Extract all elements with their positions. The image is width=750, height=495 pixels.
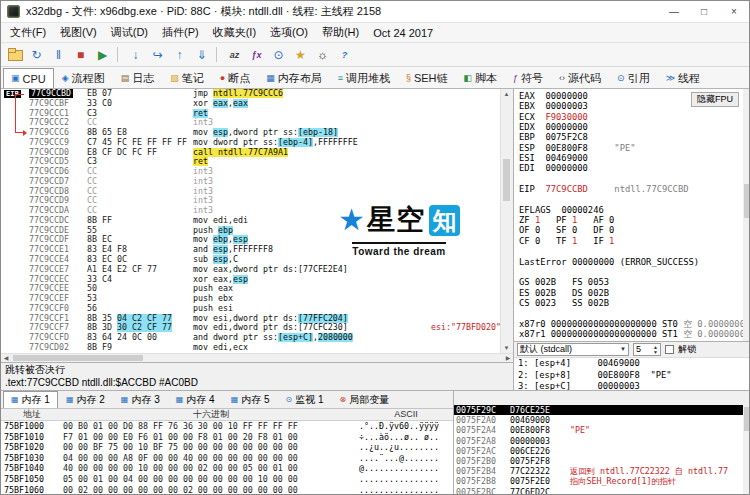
menu-favourites[interactable]: 收藏夹(I)	[206, 25, 263, 40]
scrollbar-thumb[interactable]	[744, 407, 750, 431]
register-line[interactable]: GS 002B FS 0053	[519, 277, 743, 287]
register-line[interactable]	[519, 246, 743, 256]
fx-icon[interactable]: ƒx	[246, 45, 267, 65]
tab-cpu[interactable]: ▣CPU	[3, 68, 54, 88]
menu-file[interactable]: 文件(F)	[3, 25, 53, 40]
disasm-row[interactable]: 77C9CCD8 CC int3	[1, 187, 500, 197]
register-line[interactable]: ESI 00469000	[519, 153, 743, 163]
menu-plugins[interactable]: 插件(P)	[155, 25, 206, 40]
register-line[interactable]: EIP 77C9CCBD ntdll.77C9CCBD	[519, 184, 743, 194]
scrollbar-thumb[interactable]	[503, 159, 510, 201]
disasm-row[interactable]: 77C9CCF1 8B 35 04 C2 CF 77 mov esi,dword…	[1, 314, 500, 324]
disasm-vertical-scrollbar[interactable]: ▲ ▼	[500, 89, 512, 353]
tab-dump-3[interactable]: ▦内存 3	[113, 391, 168, 408]
registers-scrollbar[interactable]	[743, 89, 750, 341]
stack-row[interactable]: 0075F2AC 006CE226	[454, 446, 750, 456]
menu-help[interactable]: 帮助(H)	[315, 25, 366, 40]
disasm-row[interactable]: 77C9CCFD 83 64 24 0C 00 and dword ptr ss…	[1, 333, 500, 343]
dump-row[interactable]: 75BF1060 00 02 00 00 00 00 00 00 02 00 0…	[1, 485, 453, 495]
disasm-row[interactable]: 77C9CCD5 C3 ret	[1, 157, 500, 167]
calling-convention-select[interactable]: 默认 (stdcall)▼	[517, 343, 629, 356]
stack-panel[interactable]: 0075F29C D76CE25E 0075F2A0 00469000 0075…	[453, 390, 750, 495]
favourites-star-icon[interactable]: ★	[290, 45, 311, 65]
stack-row[interactable]: 0075F2A4 00E800F8 "PE"	[454, 425, 750, 435]
disasm-row[interactable]: 77C9CCC9 C7 45 FC FE FF FF FF mov dword …	[1, 138, 500, 148]
dump-row[interactable]: 75BF1000 00 B0 01 00 D0 88 FF 76 36 30 0…	[1, 421, 453, 432]
register-line[interactable]	[519, 194, 743, 204]
open-file-icon[interactable]	[4, 45, 25, 65]
register-line[interactable]	[519, 308, 743, 318]
disasm-row[interactable]: 77C9CCBF 33 C0 xor eax,eax	[1, 99, 500, 109]
disasm-row[interactable]: 77C9CCF0 56 push esi	[1, 304, 500, 314]
tab-references[interactable]: ⊙引用	[609, 68, 658, 88]
scroll-up-icon[interactable]: ▲	[501, 90, 512, 98]
register-line[interactable]	[519, 174, 743, 184]
scrollbar-thumb[interactable]	[744, 184, 750, 218]
disasm-row[interactable]: 77C9CCC1 C3 ret	[1, 109, 500, 119]
tab-watch-1[interactable]: ⊙监视 1	[278, 391, 332, 408]
hide-fpu-button[interactable]: 隐藏FPU	[691, 92, 739, 107]
register-line[interactable]: x87r0 00000000000000000000 ST0 空 0.00000…	[519, 319, 743, 329]
tab-seh[interactable]: §SEH链	[398, 68, 456, 88]
tab-log[interactable]: ▤日志	[113, 68, 163, 88]
scroll-down-icon[interactable]: ▼	[501, 344, 512, 352]
tab-script[interactable]: ◧脚本	[456, 68, 506, 88]
argument-count-spinner[interactable]: 5▲▼	[633, 343, 661, 356]
disasm-row[interactable]: 77C9CCD7 CC int3	[1, 177, 500, 187]
restart-icon[interactable]: ↻	[26, 45, 47, 65]
disasm-row[interactable]: 77C9CCBD EB 07 jmp ntdll.77C9CCC6	[1, 89, 500, 99]
tab-graph[interactable]: ◈流程图	[54, 68, 113, 88]
az-sort-icon[interactable]: az	[224, 45, 245, 65]
dump-panel[interactable]: ▦内存 1▦内存 2▦内存 3▦内存 4▦内存 5⊙监视 1⊗局部变量 地址 十…	[1, 390, 453, 495]
minimize-button[interactable]: —	[659, 1, 689, 23]
menu-options[interactable]: 选项(O)	[263, 25, 315, 40]
step-over-icon[interactable]: ↪	[147, 45, 168, 65]
tab-dump-5[interactable]: ▦内存 5	[223, 391, 278, 408]
scrollbar-thumb[interactable]	[13, 355, 143, 361]
stack-scrollbar[interactable]	[743, 405, 750, 495]
disasm-row[interactable]: 77C9CCD0 E8 CF DC FC FF call ntdll.77C7A…	[1, 148, 500, 158]
register-line[interactable]: EDX 00000000	[519, 122, 743, 132]
step-into-icon[interactable]: ↓	[125, 45, 146, 65]
disasm-row[interactable]: 77C9CCC2 CC int3	[1, 118, 500, 128]
disasm-row[interactable]: 77C9CCE7 A1 E4 E2 CF 77 mov eax,dword pt…	[1, 265, 500, 275]
spinner-arrows-icon[interactable]: ▲▼	[653, 345, 658, 355]
stop-icon[interactable]: ■	[70, 45, 91, 65]
disasm-row[interactable]: 77C9CCC6 8B 65 E8 mov esp,dword ptr ss:[…	[1, 128, 500, 138]
dump-row[interactable]: 75BF1010 F7 01 00 00 E0 F6 01 00 00 F8 0…	[1, 432, 453, 443]
dump-row[interactable]: 75BF1030 04 00 00 00 A8 0F 00 00 40 00 0…	[1, 453, 453, 464]
maximize-button[interactable]: □	[689, 1, 719, 23]
register-line[interactable]: x87r1 00000000000000000000 ST1 空 0.00000…	[519, 329, 743, 339]
close-button[interactable]: ×	[719, 1, 749, 23]
menu-view[interactable]: 视图(V)	[53, 25, 104, 40]
stack-row[interactable]: 0075F2BC 77C6ED2C	[454, 487, 750, 495]
tab-dump-4[interactable]: ▦内存 4	[168, 391, 223, 408]
stack-row[interactable]: 0075F2A0 00469000	[454, 415, 750, 425]
register-line[interactable]: CF 0 TF 1 IF 1	[519, 236, 743, 246]
dump-row[interactable]: 75BF1020 00 00 BF 75 00 10 BF 75 00 00 0…	[1, 442, 453, 453]
step-out-icon[interactable]: ↑	[169, 45, 190, 65]
argument-row[interactable]: 1: [esp+4] 00469000	[514, 358, 750, 370]
settings-gear-icon[interactable]: ☼	[312, 45, 333, 65]
tab-dump-2[interactable]: ▦内存 2	[58, 391, 113, 408]
disasm-row[interactable]: 77C9CCEF 53 push ebx	[1, 294, 500, 304]
tab-symbols[interactable]: ƒ符号	[505, 68, 551, 88]
disasm-row[interactable]: 77C9CCEC 33 C4 xor eax,esp	[1, 275, 500, 285]
disasm-row[interactable]: 77C9CCF7 8B 3D 30 C2 CF 77 mov edi,dword…	[1, 323, 500, 333]
registers-panel[interactable]: 隐藏FPU EAX 00000000EBX 00000003ECX F90300…	[513, 89, 743, 341]
stack-row[interactable]: 0075F2A8 00000003	[454, 436, 750, 446]
register-line[interactable]: EFLAGS 00000246	[519, 205, 743, 215]
dump-row[interactable]: 75BF1050 05 00 01 00 04 00 00 00 00 00 0…	[1, 474, 453, 485]
pause-icon[interactable]: ‖	[48, 45, 69, 65]
register-line[interactable]: EBP 0075F2C8	[519, 132, 743, 142]
tab-notes[interactable]: ▨笔记	[162, 68, 212, 88]
register-line[interactable]: OF 0 SF 0 DF 0	[519, 225, 743, 235]
tab-dump-1[interactable]: ▦内存 1	[3, 391, 58, 408]
register-line[interactable]: ECX F9030000	[519, 112, 743, 122]
disasm-row[interactable]: 77C9CCEE 50 push eax	[1, 284, 500, 294]
run-to-user-code-icon[interactable]: ⇓	[191, 45, 212, 65]
tab-source[interactable]: ‹›源代码	[551, 68, 609, 88]
menu-debug[interactable]: 调试(D)	[104, 25, 155, 40]
unlock-checkbox[interactable]	[665, 345, 674, 354]
stack-row[interactable]: 0075F2B4 77C22322 返回到 ntdll.77C22322 自 n…	[454, 466, 750, 476]
